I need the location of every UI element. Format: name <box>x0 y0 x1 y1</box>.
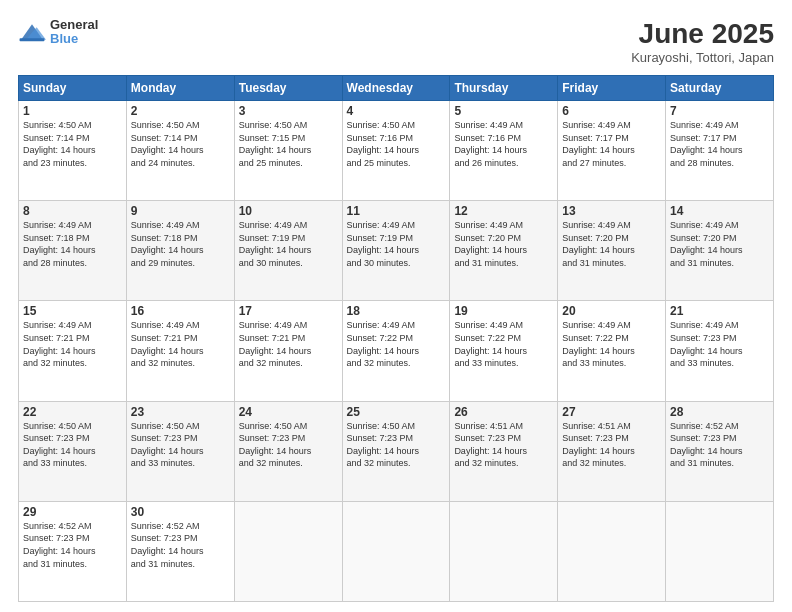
day-info: Sunrise: 4:50 AM Sunset: 7:14 PM Dayligh… <box>131 119 230 169</box>
table-cell: 27Sunrise: 4:51 AM Sunset: 7:23 PM Dayli… <box>558 401 666 501</box>
logo-line1: General <box>50 18 98 32</box>
table-cell: 24Sunrise: 4:50 AM Sunset: 7:23 PM Dayli… <box>234 401 342 501</box>
day-number: 21 <box>670 304 769 318</box>
day-number: 7 <box>670 104 769 118</box>
day-info: Sunrise: 4:49 AM Sunset: 7:17 PM Dayligh… <box>670 119 769 169</box>
day-number: 26 <box>454 405 553 419</box>
table-cell: 13Sunrise: 4:49 AM Sunset: 7:20 PM Dayli… <box>558 201 666 301</box>
table-cell <box>450 501 558 601</box>
day-number: 18 <box>347 304 446 318</box>
table-cell: 16Sunrise: 4:49 AM Sunset: 7:21 PM Dayli… <box>126 301 234 401</box>
logo: General Blue <box>18 18 98 47</box>
day-info: Sunrise: 4:52 AM Sunset: 7:23 PM Dayligh… <box>23 520 122 570</box>
header-tuesday: Tuesday <box>234 76 342 101</box>
table-cell: 10Sunrise: 4:49 AM Sunset: 7:19 PM Dayli… <box>234 201 342 301</box>
table-cell: 17Sunrise: 4:49 AM Sunset: 7:21 PM Dayli… <box>234 301 342 401</box>
calendar-table: Sunday Monday Tuesday Wednesday Thursday… <box>18 75 774 602</box>
day-info: Sunrise: 4:50 AM Sunset: 7:23 PM Dayligh… <box>23 420 122 470</box>
day-number: 5 <box>454 104 553 118</box>
table-cell: 20Sunrise: 4:49 AM Sunset: 7:22 PM Dayli… <box>558 301 666 401</box>
day-info: Sunrise: 4:49 AM Sunset: 7:21 PM Dayligh… <box>23 319 122 369</box>
table-cell <box>342 501 450 601</box>
day-info: Sunrise: 4:49 AM Sunset: 7:23 PM Dayligh… <box>670 319 769 369</box>
table-cell: 9Sunrise: 4:49 AM Sunset: 7:18 PM Daylig… <box>126 201 234 301</box>
day-info: Sunrise: 4:49 AM Sunset: 7:21 PM Dayligh… <box>131 319 230 369</box>
table-cell <box>234 501 342 601</box>
table-cell <box>558 501 666 601</box>
day-info: Sunrise: 4:49 AM Sunset: 7:20 PM Dayligh… <box>454 219 553 269</box>
title-block: June 2025 Kurayoshi, Tottori, Japan <box>631 18 774 65</box>
day-info: Sunrise: 4:49 AM Sunset: 7:20 PM Dayligh… <box>562 219 661 269</box>
table-cell <box>666 501 774 601</box>
day-number: 30 <box>131 505 230 519</box>
header-saturday: Saturday <box>666 76 774 101</box>
table-cell: 11Sunrise: 4:49 AM Sunset: 7:19 PM Dayli… <box>342 201 450 301</box>
header-sunday: Sunday <box>19 76 127 101</box>
day-info: Sunrise: 4:52 AM Sunset: 7:23 PM Dayligh… <box>670 420 769 470</box>
day-info: Sunrise: 4:49 AM Sunset: 7:17 PM Dayligh… <box>562 119 661 169</box>
day-number: 15 <box>23 304 122 318</box>
table-cell: 2Sunrise: 4:50 AM Sunset: 7:14 PM Daylig… <box>126 101 234 201</box>
week-row-4: 22Sunrise: 4:50 AM Sunset: 7:23 PM Dayli… <box>19 401 774 501</box>
day-number: 14 <box>670 204 769 218</box>
day-number: 19 <box>454 304 553 318</box>
table-cell: 19Sunrise: 4:49 AM Sunset: 7:22 PM Dayli… <box>450 301 558 401</box>
table-cell: 15Sunrise: 4:49 AM Sunset: 7:21 PM Dayli… <box>19 301 127 401</box>
header-row: Sunday Monday Tuesday Wednesday Thursday… <box>19 76 774 101</box>
day-number: 11 <box>347 204 446 218</box>
calendar-subtitle: Kurayoshi, Tottori, Japan <box>631 50 774 65</box>
week-row-3: 15Sunrise: 4:49 AM Sunset: 7:21 PM Dayli… <box>19 301 774 401</box>
day-info: Sunrise: 4:49 AM Sunset: 7:22 PM Dayligh… <box>347 319 446 369</box>
table-cell: 18Sunrise: 4:49 AM Sunset: 7:22 PM Dayli… <box>342 301 450 401</box>
day-number: 20 <box>562 304 661 318</box>
day-info: Sunrise: 4:50 AM Sunset: 7:15 PM Dayligh… <box>239 119 338 169</box>
day-number: 8 <box>23 204 122 218</box>
header: General Blue June 2025 Kurayoshi, Tottor… <box>18 18 774 65</box>
table-cell: 28Sunrise: 4:52 AM Sunset: 7:23 PM Dayli… <box>666 401 774 501</box>
table-cell: 3Sunrise: 4:50 AM Sunset: 7:15 PM Daylig… <box>234 101 342 201</box>
day-info: Sunrise: 4:49 AM Sunset: 7:16 PM Dayligh… <box>454 119 553 169</box>
table-cell: 26Sunrise: 4:51 AM Sunset: 7:23 PM Dayli… <box>450 401 558 501</box>
day-number: 2 <box>131 104 230 118</box>
day-number: 3 <box>239 104 338 118</box>
table-cell: 8Sunrise: 4:49 AM Sunset: 7:18 PM Daylig… <box>19 201 127 301</box>
week-row-1: 1Sunrise: 4:50 AM Sunset: 7:14 PM Daylig… <box>19 101 774 201</box>
table-cell: 14Sunrise: 4:49 AM Sunset: 7:20 PM Dayli… <box>666 201 774 301</box>
day-number: 24 <box>239 405 338 419</box>
table-cell: 7Sunrise: 4:49 AM Sunset: 7:17 PM Daylig… <box>666 101 774 201</box>
day-number: 29 <box>23 505 122 519</box>
day-info: Sunrise: 4:49 AM Sunset: 7:19 PM Dayligh… <box>239 219 338 269</box>
day-number: 17 <box>239 304 338 318</box>
day-number: 23 <box>131 405 230 419</box>
logo-icon <box>18 18 46 46</box>
day-info: Sunrise: 4:50 AM Sunset: 7:23 PM Dayligh… <box>347 420 446 470</box>
header-wednesday: Wednesday <box>342 76 450 101</box>
day-number: 12 <box>454 204 553 218</box>
day-number: 10 <box>239 204 338 218</box>
table-cell: 21Sunrise: 4:49 AM Sunset: 7:23 PM Dayli… <box>666 301 774 401</box>
day-info: Sunrise: 4:49 AM Sunset: 7:19 PM Dayligh… <box>347 219 446 269</box>
day-info: Sunrise: 4:49 AM Sunset: 7:20 PM Dayligh… <box>670 219 769 269</box>
header-friday: Friday <box>558 76 666 101</box>
day-info: Sunrise: 4:51 AM Sunset: 7:23 PM Dayligh… <box>454 420 553 470</box>
day-info: Sunrise: 4:49 AM Sunset: 7:18 PM Dayligh… <box>131 219 230 269</box>
day-number: 28 <box>670 405 769 419</box>
page: General Blue June 2025 Kurayoshi, Tottor… <box>0 0 792 612</box>
week-row-2: 8Sunrise: 4:49 AM Sunset: 7:18 PM Daylig… <box>19 201 774 301</box>
day-info: Sunrise: 4:51 AM Sunset: 7:23 PM Dayligh… <box>562 420 661 470</box>
table-cell: 23Sunrise: 4:50 AM Sunset: 7:23 PM Dayli… <box>126 401 234 501</box>
day-number: 4 <box>347 104 446 118</box>
table-cell: 4Sunrise: 4:50 AM Sunset: 7:16 PM Daylig… <box>342 101 450 201</box>
day-number: 1 <box>23 104 122 118</box>
table-cell: 1Sunrise: 4:50 AM Sunset: 7:14 PM Daylig… <box>19 101 127 201</box>
day-number: 9 <box>131 204 230 218</box>
day-number: 25 <box>347 405 446 419</box>
day-info: Sunrise: 4:50 AM Sunset: 7:14 PM Dayligh… <box>23 119 122 169</box>
table-cell: 5Sunrise: 4:49 AM Sunset: 7:16 PM Daylig… <box>450 101 558 201</box>
day-info: Sunrise: 4:49 AM Sunset: 7:22 PM Dayligh… <box>454 319 553 369</box>
day-info: Sunrise: 4:50 AM Sunset: 7:23 PM Dayligh… <box>239 420 338 470</box>
header-monday: Monday <box>126 76 234 101</box>
day-info: Sunrise: 4:50 AM Sunset: 7:23 PM Dayligh… <box>131 420 230 470</box>
day-info: Sunrise: 4:50 AM Sunset: 7:16 PM Dayligh… <box>347 119 446 169</box>
table-cell: 22Sunrise: 4:50 AM Sunset: 7:23 PM Dayli… <box>19 401 127 501</box>
